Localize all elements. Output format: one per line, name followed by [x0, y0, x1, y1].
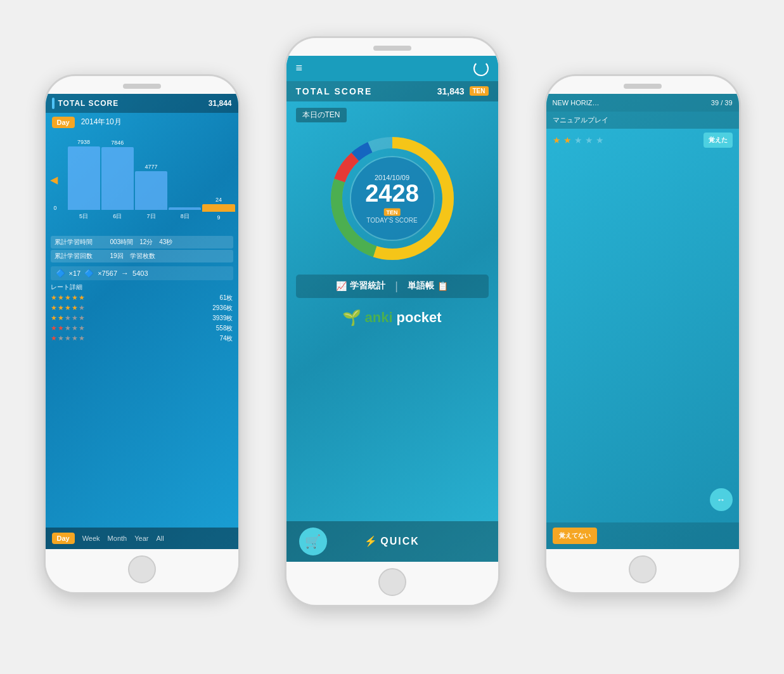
bar-group-2: 7846 6日 [101, 139, 134, 221]
center-phone-speaker [373, 46, 411, 51]
quick-label: QUICK [380, 536, 420, 547]
star-filled-2: ★ [563, 135, 572, 145]
chart-nav-left-icon[interactable]: ◀ [50, 173, 58, 185]
refresh-icon[interactable] [473, 61, 489, 76]
period-header: Day 2014年10月 [46, 113, 238, 132]
right-header-score: 39 / 39 [711, 99, 733, 107]
center-phone-screen: ≡ TOTAL SCORE 31,843 TEN 本日のTEN [286, 56, 498, 562]
tab-day[interactable]: Day [52, 533, 75, 544]
rate-count-3: 3939枚 [212, 314, 233, 323]
donut-score-label: TODAY'S SCORE [365, 216, 419, 223]
blue-count: ×17 [69, 269, 81, 277]
rate-row-3star: ★ ★ ★ ★ ★ 3939枚 [51, 314, 233, 323]
center-header: TOTAL SCORE 31,843 TEN [286, 81, 498, 101]
tab-year[interactable]: Year [134, 535, 148, 542]
star-empty-5: ★ [596, 135, 604, 145]
right-header-title: NEW HORIZ… [553, 99, 600, 107]
stats-icon: 📈 [336, 281, 347, 291]
left-phone: TOTAL SCORE 31,844 Day 2014年10月 ◀ 0 [44, 74, 240, 594]
stars-5: ★ ★ ★ ★ ★ [51, 294, 85, 302]
chart-zero-label: 0 [54, 205, 57, 211]
star-empty-3: ★ [574, 135, 582, 145]
right-header: NEW HORIZ… 39 / 39 [546, 94, 739, 112]
study-time-label: 累計学習時間 [55, 238, 105, 247]
center-phone-home-button[interactable] [378, 568, 406, 596]
donut-container: 2014/10/09 2428 TEN TODAY'S SCORE [286, 126, 498, 271]
period-date: 2014年10月 [81, 117, 122, 127]
action-divider: | [395, 280, 398, 293]
left-phone-home-button[interactable] [128, 555, 156, 583]
bar-label-2: 7846 [111, 139, 124, 146]
right-phone-screen: NEW HORIZ… 39 / 39 マニュアルプレイ ★ ★ ★ ★ ★ 覚え… [546, 94, 739, 549]
manual-play-label: マニュアルプレイ [546, 112, 739, 129]
donut-ten-badge: TEN [383, 208, 400, 216]
bottom-action-icon[interactable]: ↔ [710, 488, 733, 511]
bottom-tabs: Day Week Month Year All [46, 528, 238, 549]
bar-group-5: 24 9 [202, 197, 235, 221]
bar-5 [202, 204, 235, 212]
right-phone-home-button[interactable] [629, 555, 657, 583]
study-count-label: 累計学習回数 [55, 252, 105, 261]
star-4: ★ [72, 294, 78, 302]
stats-section: 累計学習時間 003時間 12分 43秒 累計学習回数 19回 学習枚数 [46, 233, 238, 266]
left-phone-top-bar [46, 76, 238, 94]
star-1: ★ [51, 294, 57, 302]
stats-button[interactable]: 📈 学習統計 [336, 280, 385, 292]
rate-count-4: 2936枚 [212, 304, 233, 313]
right-phone-top-bar [546, 76, 739, 94]
hamburger-icon[interactable]: ≡ [296, 62, 303, 75]
tab-all[interactable]: All [156, 535, 164, 542]
bar-group-4: 8日 [169, 206, 201, 221]
chart-area: ◀ 0 7938 5日 7846 6日 [46, 132, 238, 233]
study-count-value: 19回 学習枚数 [110, 252, 155, 261]
bar-4 [169, 207, 201, 210]
remember-button[interactable]: 覚えた [704, 133, 733, 148]
star-2: ★ [58, 294, 64, 302]
anki-logo: 🌱 anki pocket [286, 301, 498, 334]
center-phone: ≡ TOTAL SCORE 31,843 TEN 本日のTEN [285, 36, 500, 607]
left-phone-bottom-bar [46, 549, 238, 592]
rate-row-2star: ★ ★ ★ ★ ★ 558枚 [51, 324, 233, 333]
bar-group-1: 7938 5日 [68, 139, 100, 221]
tab-week[interactable]: Week [82, 535, 100, 542]
tab-month[interactable]: Month [108, 535, 127, 542]
period-day-button[interactable]: Day [52, 117, 75, 128]
star-5: ★ [79, 294, 85, 302]
rate-row-5star: ★ ★ ★ ★ ★ 61枚 [51, 294, 233, 302]
bar-date-5: 9 [217, 214, 220, 221]
left-phone-speaker [123, 84, 161, 89]
bar-date-4: 8日 [181, 212, 190, 221]
center-bottom-bar: 🛒 ⚡ QUICK [286, 521, 498, 562]
bar-label-1: 7938 [77, 139, 90, 145]
rate-row-4star: ★ ★ ★ ★ ★ 2936枚 [51, 304, 233, 313]
bar-1 [68, 146, 100, 210]
dont-remember-button[interactable]: 覚えてない [553, 528, 597, 544]
rate-row-1star: ★ ★ ★ ★ ★ 74枚 [51, 334, 233, 343]
bar-2 [101, 147, 134, 210]
cart-icon-button[interactable]: 🛒 [299, 528, 327, 555]
right-phone-bottom-bar [546, 549, 739, 592]
study-time-row: 累計学習時間 003時間 12分 43秒 [51, 236, 233, 249]
bar-date-2: 6日 [113, 212, 122, 221]
study-time-value: 003時間 12分 43秒 [110, 238, 173, 247]
icons-row: 🔷 ×17 🔷 ×7567 → 5403 [51, 266, 233, 280]
vocab-button[interactable]: 単語帳 📋 [408, 280, 448, 292]
bar-date-1: 5日 [79, 212, 88, 221]
lightning-icon: ⚡ [364, 535, 377, 547]
donut-wrapper: 2014/10/09 2428 TEN TODAY'S SCORE [329, 135, 456, 262]
donut-date: 2014/10/09 [365, 173, 419, 181]
today-ten-label: 本日のTEN [296, 108, 347, 122]
star-filled-1: ★ [553, 135, 561, 145]
grey-bookmark-icon: 🔷 [84, 269, 94, 278]
left-header: TOTAL SCORE 31,844 [46, 94, 238, 113]
center-phone-bottom-bar [286, 562, 498, 605]
center-phone-top-bar [286, 38, 498, 56]
rate-section: レート詳細 ★ ★ ★ ★ ★ 61枚 [46, 280, 238, 347]
rate-count-1: 74枚 [219, 334, 233, 343]
bar-label-3: 4777 [145, 164, 157, 170]
bar-label-5: 24 [215, 197, 222, 203]
vocab-icon: 📋 [437, 281, 448, 291]
left-phone-screen: TOTAL SCORE 31,844 Day 2014年10月 ◀ 0 [46, 94, 238, 549]
center-total-score: 31,843 [437, 86, 465, 96]
grey-count: ×7567 [98, 269, 117, 277]
